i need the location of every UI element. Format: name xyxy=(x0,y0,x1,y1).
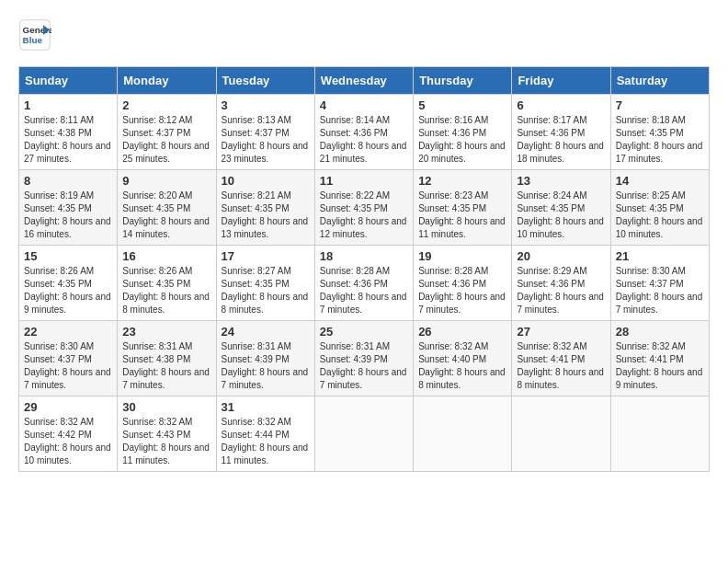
day-number: 26 xyxy=(418,325,506,339)
day-number: 20 xyxy=(517,249,605,263)
day-number: 18 xyxy=(320,249,408,263)
day-info: Sunrise: 8:18 AM Sunset: 4:35 PM Dayligh… xyxy=(616,114,704,166)
day-number: 9 xyxy=(122,174,210,188)
calendar-cell: 29 Sunrise: 8:32 AM Sunset: 4:42 PM Dayl… xyxy=(19,396,118,472)
day-info: Sunrise: 8:22 AM Sunset: 4:35 PM Dayligh… xyxy=(320,190,408,241)
logo-icon: General Blue xyxy=(18,18,51,52)
calendar-cell: 10 Sunrise: 8:21 AM Sunset: 4:35 PM Dayl… xyxy=(216,170,314,246)
calendar-cell: 5 Sunrise: 8:16 AM Sunset: 4:36 PM Dayli… xyxy=(414,95,512,170)
day-info: Sunrise: 8:23 AM Sunset: 4:35 PM Dayligh… xyxy=(418,190,506,241)
day-info: Sunrise: 8:32 AM Sunset: 4:41 PM Dayligh… xyxy=(517,340,605,392)
day-info: Sunrise: 8:24 AM Sunset: 4:35 PM Dayligh… xyxy=(517,190,605,241)
day-number: 11 xyxy=(320,174,408,188)
calendar-cell: 4 Sunrise: 8:14 AM Sunset: 4:36 PM Dayli… xyxy=(314,95,413,170)
calendar-cell: 11 Sunrise: 8:22 AM Sunset: 4:35 PM Dayl… xyxy=(314,170,413,246)
header-day-wednesday: Wednesday xyxy=(314,67,413,95)
day-number: 13 xyxy=(517,174,605,188)
day-info: Sunrise: 8:14 AM Sunset: 4:36 PM Dayligh… xyxy=(320,114,408,166)
calendar-cell: 15 Sunrise: 8:26 AM Sunset: 4:35 PM Dayl… xyxy=(19,246,118,321)
calendar-cell: 17 Sunrise: 8:27 AM Sunset: 4:35 PM Dayl… xyxy=(216,246,314,321)
header-day-thursday: Thursday xyxy=(414,67,512,95)
day-number: 29 xyxy=(24,400,112,414)
calendar-cell: 27 Sunrise: 8:32 AM Sunset: 4:41 PM Dayl… xyxy=(512,321,610,396)
header-day-tuesday: Tuesday xyxy=(216,67,314,95)
day-number: 8 xyxy=(24,174,112,188)
day-number: 17 xyxy=(222,249,310,263)
day-info: Sunrise: 8:26 AM Sunset: 4:35 PM Dayligh… xyxy=(24,265,112,316)
day-info: Sunrise: 8:28 AM Sunset: 4:36 PM Dayligh… xyxy=(418,265,506,316)
day-number: 23 xyxy=(122,325,210,339)
day-number: 16 xyxy=(122,249,210,263)
day-info: Sunrise: 8:13 AM Sunset: 4:37 PM Dayligh… xyxy=(222,114,310,166)
svg-text:Blue: Blue xyxy=(23,35,43,45)
day-info: Sunrise: 8:17 AM Sunset: 4:36 PM Dayligh… xyxy=(517,114,605,166)
day-info: Sunrise: 8:27 AM Sunset: 4:35 PM Dayligh… xyxy=(222,265,310,316)
header-day-monday: Monday xyxy=(118,67,216,95)
day-info: Sunrise: 8:32 AM Sunset: 4:43 PM Dayligh… xyxy=(122,416,210,467)
calendar-cell: 18 Sunrise: 8:28 AM Sunset: 4:36 PM Dayl… xyxy=(314,246,413,321)
day-number: 5 xyxy=(418,98,506,112)
calendar-cell xyxy=(512,396,610,472)
calendar-cell: 23 Sunrise: 8:31 AM Sunset: 4:38 PM Dayl… xyxy=(118,321,216,396)
day-info: Sunrise: 8:11 AM Sunset: 4:38 PM Dayligh… xyxy=(24,114,112,166)
day-number: 1 xyxy=(24,98,112,112)
day-number: 15 xyxy=(24,249,112,263)
calendar-week-row: 29 Sunrise: 8:32 AM Sunset: 4:42 PM Dayl… xyxy=(19,396,710,472)
day-info: Sunrise: 8:32 AM Sunset: 4:40 PM Dayligh… xyxy=(418,340,506,392)
calendar-cell: 13 Sunrise: 8:24 AM Sunset: 4:35 PM Dayl… xyxy=(512,170,610,246)
day-number: 28 xyxy=(616,325,704,339)
calendar-cell: 25 Sunrise: 8:31 AM Sunset: 4:39 PM Dayl… xyxy=(314,321,413,396)
calendar-cell: 14 Sunrise: 8:25 AM Sunset: 4:35 PM Dayl… xyxy=(610,170,709,246)
calendar-cell: 1 Sunrise: 8:11 AM Sunset: 4:38 PM Dayli… xyxy=(19,95,118,170)
header-day-friday: Friday xyxy=(512,67,610,95)
day-number: 3 xyxy=(222,98,310,112)
day-number: 25 xyxy=(320,325,408,339)
day-number: 31 xyxy=(222,400,310,414)
calendar-cell: 8 Sunrise: 8:19 AM Sunset: 4:35 PM Dayli… xyxy=(19,170,118,246)
day-info: Sunrise: 8:16 AM Sunset: 4:36 PM Dayligh… xyxy=(418,114,506,166)
calendar-cell: 12 Sunrise: 8:23 AM Sunset: 4:35 PM Dayl… xyxy=(414,170,512,246)
day-info: Sunrise: 8:31 AM Sunset: 4:39 PM Dayligh… xyxy=(222,340,310,392)
day-info: Sunrise: 8:12 AM Sunset: 4:37 PM Dayligh… xyxy=(122,114,210,166)
calendar-cell: 3 Sunrise: 8:13 AM Sunset: 4:37 PM Dayli… xyxy=(216,95,314,170)
calendar-cell: 16 Sunrise: 8:26 AM Sunset: 4:35 PM Dayl… xyxy=(118,246,216,321)
calendar-cell: 21 Sunrise: 8:30 AM Sunset: 4:37 PM Dayl… xyxy=(610,246,709,321)
day-number: 7 xyxy=(616,98,704,112)
day-number: 27 xyxy=(517,325,605,339)
calendar-week-row: 1 Sunrise: 8:11 AM Sunset: 4:38 PM Dayli… xyxy=(19,95,710,170)
calendar-cell: 30 Sunrise: 8:32 AM Sunset: 4:43 PM Dayl… xyxy=(118,396,216,472)
day-number: 21 xyxy=(616,249,704,263)
calendar-cell: 19 Sunrise: 8:28 AM Sunset: 4:36 PM Dayl… xyxy=(414,246,512,321)
calendar-cell: 28 Sunrise: 8:32 AM Sunset: 4:41 PM Dayl… xyxy=(610,321,709,396)
day-info: Sunrise: 8:20 AM Sunset: 4:35 PM Dayligh… xyxy=(122,190,210,241)
day-number: 6 xyxy=(517,98,605,112)
page-header: General Blue xyxy=(18,18,710,52)
calendar-table: SundayMondayTuesdayWednesdayThursdayFrid… xyxy=(18,66,710,472)
day-info: Sunrise: 8:31 AM Sunset: 4:39 PM Dayligh… xyxy=(320,340,408,392)
calendar-cell: 9 Sunrise: 8:20 AM Sunset: 4:35 PM Dayli… xyxy=(118,170,216,246)
calendar-cell xyxy=(610,396,709,472)
day-info: Sunrise: 8:25 AM Sunset: 4:35 PM Dayligh… xyxy=(616,190,704,241)
day-info: Sunrise: 8:26 AM Sunset: 4:35 PM Dayligh… xyxy=(122,265,210,316)
day-number: 19 xyxy=(418,249,506,263)
day-info: Sunrise: 8:30 AM Sunset: 4:37 PM Dayligh… xyxy=(616,265,704,316)
day-number: 12 xyxy=(418,174,506,188)
calendar-cell: 24 Sunrise: 8:31 AM Sunset: 4:39 PM Dayl… xyxy=(216,321,314,396)
calendar-cell: 26 Sunrise: 8:32 AM Sunset: 4:40 PM Dayl… xyxy=(414,321,512,396)
header-day-saturday: Saturday xyxy=(610,67,709,95)
day-number: 22 xyxy=(24,325,112,339)
calendar-cell xyxy=(314,396,413,472)
day-number: 10 xyxy=(222,174,310,188)
day-info: Sunrise: 8:21 AM Sunset: 4:35 PM Dayligh… xyxy=(222,190,310,241)
calendar-cell: 6 Sunrise: 8:17 AM Sunset: 4:36 PM Dayli… xyxy=(512,95,610,170)
calendar-cell xyxy=(414,396,512,472)
day-info: Sunrise: 8:19 AM Sunset: 4:35 PM Dayligh… xyxy=(24,190,112,241)
day-number: 2 xyxy=(122,98,210,112)
logo: General Blue xyxy=(18,18,55,52)
day-number: 30 xyxy=(122,400,210,414)
day-number: 4 xyxy=(320,98,408,112)
day-info: Sunrise: 8:31 AM Sunset: 4:38 PM Dayligh… xyxy=(122,340,210,392)
day-info: Sunrise: 8:32 AM Sunset: 4:44 PM Dayligh… xyxy=(222,416,310,467)
day-info: Sunrise: 8:29 AM Sunset: 4:36 PM Dayligh… xyxy=(517,265,605,316)
calendar-week-row: 22 Sunrise: 8:30 AM Sunset: 4:37 PM Dayl… xyxy=(19,321,710,396)
